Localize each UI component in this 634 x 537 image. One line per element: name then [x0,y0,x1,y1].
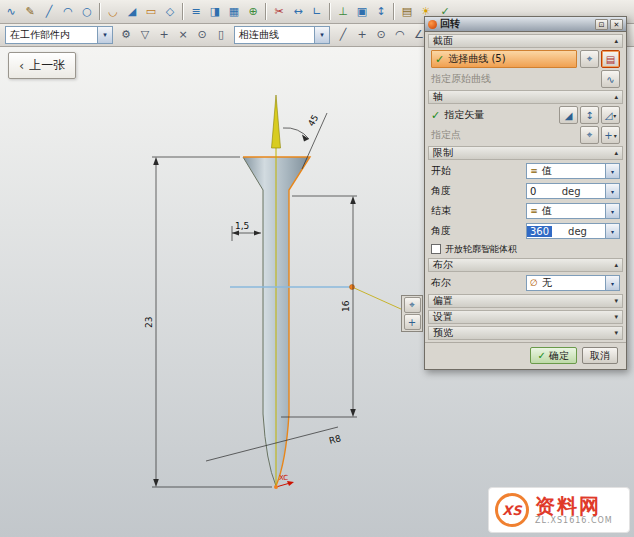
start-limit-row: 开始 ≡ 值 ▾ [431,162,620,180]
origin-point[interactable] [274,485,278,489]
group-header-preview[interactable]: 预览 ▾ [428,326,623,340]
specify-origin-curve-label: 指定原始曲线 [431,72,491,86]
selection-filter-icon[interactable]: ▽ [136,26,154,44]
nx-application-window: 23 16 1,5 45 R8 [0,0,634,537]
end-angle-value[interactable]: 360 [527,226,552,237]
floating-snap-button[interactable]: ⌖ [404,297,421,313]
fillet-icon[interactable]: ◡ [104,3,122,21]
vector-dialog-button[interactable]: ◢ [559,106,578,124]
select-curve-highlight[interactable]: ✓ 选择曲线 (5) [431,50,577,68]
snap-arc-center-icon[interactable]: ⊙ [372,26,390,44]
start-type-dropdown[interactable]: ≡ 值 ▾ [526,163,620,179]
show-constraints-icon[interactable]: ▤ [398,3,416,21]
chevron-down-icon[interactable]: ▾ [614,313,618,321]
curve-list-button[interactable]: ▤ [601,50,620,68]
specify-point-label: 指定点 [431,128,461,142]
auto-constrain-icon[interactable]: ▣ [353,3,371,21]
rectangle-select-icon[interactable]: ▯ [212,26,230,44]
specify-vector-row[interactable]: ✓ 指定矢量 ◢ ↕ ◿ ▾ [431,106,620,124]
offset-curve-icon[interactable]: ≡ [187,3,205,21]
chevron-left-icon: ‹ [19,58,24,73]
watermark-logo-icon: XS [495,493,529,527]
pattern-curve-icon[interactable]: ▦ [225,3,243,21]
chevron-down-icon[interactable]: ▾ [614,297,618,305]
dialog-close-button[interactable]: ✕ [610,19,623,30]
chamfer-icon[interactable]: ◢ [123,3,141,21]
group-header-boolean[interactable]: 布尔 ▴ [428,258,623,272]
chevron-down-icon[interactable]: ▾ [614,329,618,337]
group-header-axis[interactable]: 轴 ▴ [428,90,623,104]
chevron-up-icon[interactable]: ▴ [614,261,618,269]
chevron-up-icon[interactable]: ▴ [614,93,618,101]
start-angle-unit: deg [562,186,583,197]
vector-constructor-button[interactable]: ◿ ▾ [601,106,620,124]
dialog-clip-button[interactable]: ⊡ [595,19,608,30]
toolbar-separator [182,3,184,20]
group-header-section[interactable]: 截面 ▴ [428,34,623,48]
profile-icon[interactable]: ✎ [21,3,39,21]
chevron-up-icon[interactable]: ▴ [614,37,618,45]
intersection-point-icon[interactable]: ⊕ [244,3,262,21]
dialog-titlebar[interactable]: 回转 ⊡ ✕ [425,17,626,32]
selection-icons-group: ⚙▽+×⊙▯ [117,26,230,44]
end-angle-label: 角度 [431,224,451,238]
polygon-icon[interactable]: ◇ [161,3,179,21]
reverse-direction-button[interactable]: ↕ [580,106,599,124]
origin-curve-button[interactable]: ∿ [601,70,620,88]
start-angle-field[interactable]: 0 deg ▾ [526,183,620,199]
snap-tangent-icon[interactable]: ◠ [391,26,409,44]
boolean-dropdown[interactable]: ∅ 无 ▾ [526,275,620,291]
specify-point-row[interactable]: 指定点 ⌖ + ▾ [431,126,620,144]
line-icon[interactable]: ╱ [40,3,58,21]
selection-settings-icon[interactable]: ⚙ [117,26,135,44]
quick-extend-icon[interactable]: ↔ [289,3,307,21]
chevron-down-icon[interactable]: ▾ [97,27,112,43]
axis-point-handle[interactable] [350,285,355,290]
boolean-label: 布尔 [431,276,451,290]
open-profile-checkbox[interactable] [431,244,441,254]
start-angle-value[interactable]: 0 [527,186,539,197]
chevron-down-icon[interactable]: ▾ [605,224,619,238]
arc-icon[interactable]: ◠ [59,3,77,21]
dimension-1-5-label[interactable]: 1,5 [235,221,249,231]
point-dialog-button[interactable]: ⌖ [580,126,599,144]
studio-spline-icon[interactable]: ∿ [2,3,20,21]
mirror-curve-icon[interactable]: ◨ [206,3,224,21]
chevron-up-icon[interactable]: ▴ [614,149,618,157]
snap-center-icon[interactable]: ⊙ [193,26,211,44]
chevron-down-icon[interactable]: ▾ [605,184,619,198]
rectangle-icon[interactable]: ▭ [142,3,160,21]
chevron-down-icon[interactable]: ▾ [605,276,619,290]
circle-icon[interactable]: ○ [78,3,96,21]
group-header-limits[interactable]: 限制 ▴ [428,146,623,160]
cancel-button[interactable]: 取消 [582,347,618,364]
previous-page-button[interactable]: ‹ 上一张 [8,52,76,79]
chevron-down-icon[interactable]: ▾ [605,164,619,178]
chevron-down-icon[interactable]: ▾ [314,27,329,43]
curve-select-button[interactable]: ⌖ [580,50,599,68]
snap-endpoint-icon[interactable]: + [353,26,371,44]
dimension-23-label[interactable]: 23 [144,317,154,328]
quick-trim-icon[interactable]: ✂ [270,3,288,21]
site-watermark: XS 资料网 ZL.XS1616.COM [488,487,630,533]
group-header-offset[interactable]: 偏置 ▾ [428,294,623,308]
geometric-constraints-icon[interactable]: ⊥ [334,3,352,21]
select-curve-label: 选择曲线 (5) [448,52,505,66]
chevron-down-icon[interactable]: ▾ [605,204,619,218]
floating-point-button[interactable]: + [404,314,421,330]
selection-scope-combo[interactable]: 在工作部件内 ▾ [5,26,113,44]
snap-intersection-icon[interactable]: × [174,26,192,44]
dimension-16-label[interactable]: 16 [341,300,351,312]
group-header-settings[interactable]: 设置 ▾ [428,310,623,324]
snap-line-icon[interactable]: ╱ [334,26,352,44]
end-type-dropdown[interactable]: ≡ 值 ▾ [526,203,620,219]
ok-button[interactable]: ✓ 确定 [530,347,577,364]
make-corner-icon[interactable]: ∟ [308,3,326,21]
point-constructor-button[interactable]: + ▾ [601,126,620,144]
end-angle-field[interactable]: 360 deg ▾ [526,223,620,239]
curve-rule-combo[interactable]: 相连曲线 ▾ [234,26,330,44]
specify-origin-curve-row[interactable]: 指定原始曲线 ∿ [431,70,620,88]
dimensions-icon[interactable]: ↕ [372,3,390,21]
select-curve-row[interactable]: ✓ 选择曲线 (5) ⌖ ▤ [431,50,620,68]
snap-point-icon[interactable]: + [155,26,173,44]
